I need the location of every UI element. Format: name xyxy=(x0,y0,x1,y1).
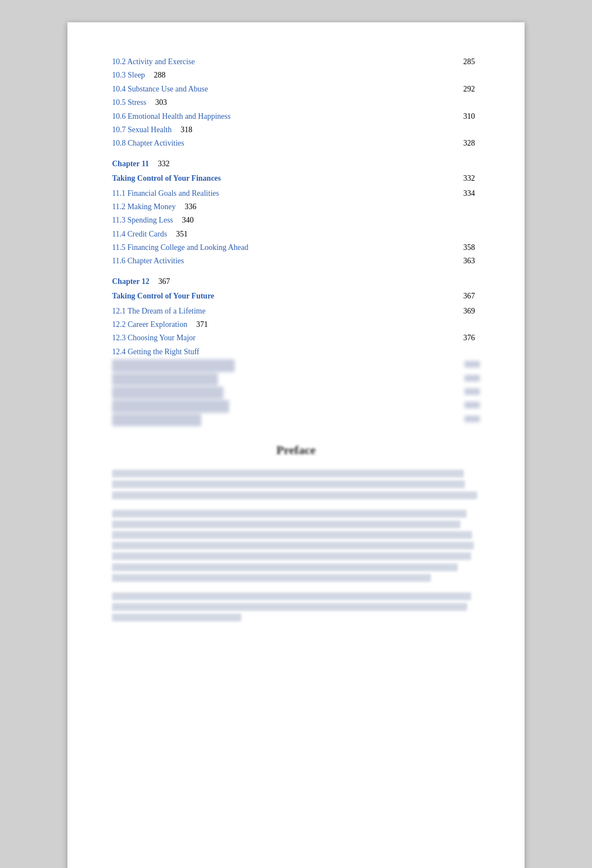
toc-dots-12-6 xyxy=(218,373,461,385)
toc-page-11-4: 351 xyxy=(176,228,193,240)
toc-row-11-2: 11.2 Making Money 336 xyxy=(112,201,480,213)
toc-link-10-2[interactable]: 10.2 Activity and Exercise xyxy=(112,56,195,68)
toc-dots-10-8 xyxy=(184,137,460,150)
toc-dots-11-1 xyxy=(219,187,460,200)
toc-link-12-6-blurred: 12.6 blurred entry two here xyxy=(112,373,218,385)
toc-link-12-5-blurred: 12.5 blurred entry one here xyxy=(112,359,235,372)
toc-dots-10-6 xyxy=(231,110,460,123)
toc-section-chapter12: Chapter 12 367 Taking Control of Your Fu… xyxy=(112,273,480,426)
toc-link-12-9-blurred: 12.9 blurred entry five xyxy=(112,414,201,426)
toc-dots-ch12-title xyxy=(214,290,460,302)
toc-link-12-2[interactable]: 12.2 Career Exploration xyxy=(112,319,187,331)
toc-page-10-2: 285 xyxy=(463,56,480,68)
toc-dots-12-3 xyxy=(196,332,460,344)
toc-row-10-4: 10.4 Substance Use and Abuse 292 xyxy=(112,83,480,95)
toc-row-10-5: 10.5 Stress 303 xyxy=(112,97,480,109)
toc-chapter11-title-row: Taking Control of Your Finances 332 xyxy=(112,172,480,186)
toc-dots-11-5 xyxy=(248,242,460,254)
toc-link-10-8[interactable]: 10.8 Chapter Activities xyxy=(112,137,184,150)
preface-paragraph-2: The content is designed to engage studen… xyxy=(112,509,480,584)
toc-page-10-6: 310 xyxy=(463,110,480,123)
toc-row-10-7: 10.7 Sexual Health 318 xyxy=(112,124,480,136)
toc-row-11-3: 11.3 Spending Less 340 xyxy=(112,214,480,226)
toc-page-11-1: 334 xyxy=(463,187,480,200)
toc-link-10-7[interactable]: 10.7 Sexual Health xyxy=(112,124,172,136)
toc-row-10-3: 10.3 Sleep 288 xyxy=(112,69,480,81)
toc-dots-10-2 xyxy=(195,56,460,68)
toc-link-11-2[interactable]: 11.2 Making Money xyxy=(112,201,176,213)
toc-link-12-7-blurred: 12.7 blurred entry three here xyxy=(112,387,224,399)
toc-chapter11-number-page: 332 xyxy=(158,158,174,170)
toc-link-11-6[interactable]: 11.6 Chapter Activities xyxy=(112,255,184,267)
preface-section: Preface This textbook spans multiple cha… xyxy=(112,443,480,623)
toc-row-12-4: 12.4 Getting the Right Stuff xyxy=(112,346,480,358)
toc-chapter12-number-row: Chapter 12 367 xyxy=(112,273,480,289)
toc-link-11-5[interactable]: 11.5 Financing College and Looking Ahead xyxy=(112,242,248,254)
toc-link-11-4[interactable]: 11.4 Credit Cards xyxy=(112,228,167,240)
toc-row-11-1: 11.1 Financial Goals and Realities 334 xyxy=(112,187,480,200)
preface-heading: Preface xyxy=(112,443,480,457)
toc-row-12-8-blurred: 12.8 blurred entry four here xyxy=(112,400,480,412)
toc-dots-ch11-title xyxy=(221,172,460,185)
toc-page-11-3: 340 xyxy=(182,214,199,226)
toc-blurred-section: 12.5 blurred entry one here 12.6 blurred… xyxy=(112,359,480,426)
toc-link-11-1[interactable]: 11.1 Financial Goals and Realities xyxy=(112,187,219,200)
toc-link-12-8-blurred: 12.8 blurred entry four here xyxy=(112,400,229,412)
toc-chapter11-title[interactable]: Taking Control of Your Finances xyxy=(112,172,221,185)
toc-chapter12-number[interactable]: Chapter 12 xyxy=(112,276,149,288)
toc-chapter11-number[interactable]: Chapter 11 xyxy=(112,158,149,170)
toc-row-10-6: 10.6 Emotional Health and Happiness 310 xyxy=(112,110,480,123)
toc-dots-12-5 xyxy=(235,359,461,372)
toc-link-10-5[interactable]: 10.5 Stress xyxy=(112,97,146,109)
toc-page-11-6: 363 xyxy=(463,255,480,267)
toc-dots-12-8 xyxy=(229,400,461,412)
toc-row-11-6: 11.6 Chapter Activities 363 xyxy=(112,255,480,267)
toc-page-12-3: 376 xyxy=(463,332,480,344)
toc-link-10-6[interactable]: 10.6 Emotional Health and Happiness xyxy=(112,110,231,123)
toc-row-10-2: 10.2 Activity and Exercise 285 xyxy=(112,56,480,68)
toc-chapter12-title-row: Taking Control of Your Future 367 xyxy=(112,290,480,303)
toc-chapter11-title-page: 332 xyxy=(463,172,480,185)
toc-section-chapter10-continued: 10.2 Activity and Exercise 285 10.3 Slee… xyxy=(112,56,480,150)
toc-chapter11-number-row: Chapter 11 332 xyxy=(112,156,480,171)
toc-chapter12-title-page: 367 xyxy=(463,290,480,302)
toc-row-12-1: 12.1 The Dream of a Lifetime 369 xyxy=(112,305,480,317)
toc-link-12-1[interactable]: 12.1 The Dream of a Lifetime xyxy=(112,305,206,317)
toc-page-10-5: 303 xyxy=(155,97,172,109)
toc-link-10-3[interactable]: 10.3 Sleep xyxy=(112,69,145,81)
toc-row-12-5-blurred: 12.5 blurred entry one here xyxy=(112,359,480,372)
toc-row-12-3: 12.3 Choosing Your Major 376 xyxy=(112,332,480,344)
toc-row-12-7-blurred: 12.7 blurred entry three here xyxy=(112,387,480,399)
toc-page-10-8: 328 xyxy=(463,137,480,150)
toc-page-12-1: 369 xyxy=(463,305,480,317)
toc-row-12-6-blurred: 12.6 blurred entry two here xyxy=(112,373,480,385)
toc-row-12-9-blurred: 12.9 blurred entry five xyxy=(112,414,480,426)
toc-row-11-5: 11.5 Financing College and Looking Ahead… xyxy=(112,242,480,254)
toc-link-12-3[interactable]: 12.3 Choosing Your Major xyxy=(112,332,196,344)
toc-page-12-2: 371 xyxy=(196,319,213,331)
toc-page-11-2: 336 xyxy=(185,201,201,213)
toc-dots-10-4 xyxy=(208,83,460,95)
toc-page-11-5: 358 xyxy=(463,242,480,254)
toc-page-10-3: 288 xyxy=(154,69,171,81)
toc-chapter12-number-page: 367 xyxy=(158,276,175,288)
toc-row-11-4: 11.4 Credit Cards 351 xyxy=(112,228,480,240)
page-container: 10.2 Activity and Exercise 285 10.3 Slee… xyxy=(67,22,525,868)
preface-paragraph-1: This textbook spans multiple chapters co… xyxy=(112,469,480,501)
toc-row-10-8: 10.8 Chapter Activities 328 xyxy=(112,137,480,150)
toc-page-10-7: 318 xyxy=(181,124,197,136)
toc-link-10-4[interactable]: 10.4 Substance Use and Abuse xyxy=(112,83,208,95)
toc-row-12-2: 12.2 Career Exploration 371 xyxy=(112,319,480,331)
preface-paragraph-3: Finally the authors provide activities a… xyxy=(112,591,480,624)
toc-dots-12-7 xyxy=(224,387,461,399)
toc-section-chapter11: Chapter 11 332 Taking Control of Your Fi… xyxy=(112,156,480,268)
toc-page-10-4: 292 xyxy=(463,83,480,95)
toc-link-11-3[interactable]: 11.3 Spending Less xyxy=(112,214,173,226)
toc-dots-11-6 xyxy=(184,255,460,267)
toc-dots-12-9 xyxy=(201,414,461,426)
toc-dots-12-1 xyxy=(206,305,460,317)
toc-chapter12-title[interactable]: Taking Control of Your Future xyxy=(112,290,214,302)
toc-link-12-4[interactable]: 12.4 Getting the Right Stuff xyxy=(112,346,199,358)
